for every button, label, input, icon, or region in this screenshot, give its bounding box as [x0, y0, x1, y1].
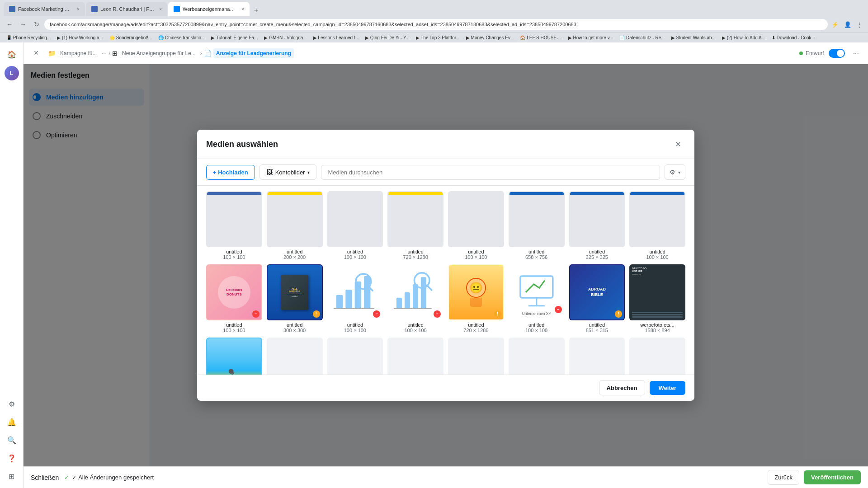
- list-item[interactable]: untitled 658 × 756: [509, 191, 565, 260]
- list-item[interactable]: untitled 720 × 1280: [387, 191, 443, 260]
- publish-button[interactable]: Veröffentlichen: [804, 470, 861, 484]
- media-thumb-company: Unternehmen XY –: [509, 264, 565, 320]
- modal-close-button[interactable]: ×: [671, 137, 685, 151]
- modal-toolbar: + Hochladen 🖼 Kontobilder ▾ ⚙ ▾: [197, 159, 694, 186]
- tab-label-3: Werbeanzeigenmanager - We...: [183, 6, 237, 12]
- tab-close-3[interactable]: ×: [241, 7, 244, 12]
- list-item[interactable]: [509, 338, 565, 375]
- bookmark-chinese[interactable]: 🌐 Chinese translatio...: [156, 34, 208, 41]
- topbar-more-button[interactable]: ···: [849, 47, 863, 59]
- bookmark-2how[interactable]: ▶ (2) How To Add A...: [719, 34, 768, 41]
- list-item[interactable]: [569, 338, 625, 375]
- tab-close-2[interactable]: ×: [159, 7, 162, 12]
- back-nav-button[interactable]: ←: [4, 19, 15, 30]
- list-item[interactable]: untitled 325 × 325: [569, 191, 625, 260]
- list-item[interactable]: DeliciousDONUTS – untitled 100 × 100: [206, 264, 262, 333]
- list-item[interactable]: untitled 100 × 100: [629, 191, 685, 260]
- list-item[interactable]: – untitled 100 × 100: [327, 264, 383, 333]
- tab-ads-manager[interactable]: Werbeanzeigenmanager - We... ×: [168, 2, 250, 16]
- breadcrumb-campaign[interactable]: Kampagne fü...: [57, 48, 99, 58]
- breadcrumb-adgroup[interactable]: Neue Anzeigengruppe für Le...: [119, 48, 198, 58]
- list-item[interactable]: untitled 1000 × 667: [206, 338, 262, 375]
- media-item-label-1: untitled: [226, 249, 242, 254]
- list-item[interactable]: untitled 200 × 200: [267, 191, 323, 260]
- bookmark-working[interactable]: ▶ (1) How Working a...: [54, 34, 106, 41]
- close-link[interactable]: Schließen: [31, 474, 59, 481]
- topbar-close-button[interactable]: ×: [29, 46, 43, 61]
- next-button[interactable]: Weiter: [650, 381, 686, 395]
- list-item[interactable]: untitled 100 × 100: [206, 191, 262, 260]
- bookmark-lee[interactable]: 🏠 LEE'S HOUSE-...: [517, 34, 564, 41]
- bookmark-top3[interactable]: ▶ The Top 3 Plattfor...: [413, 34, 462, 41]
- kontobilder-button[interactable]: 🖼 Kontobilder ▾: [259, 164, 317, 180]
- top-nav-bar: × 📁 Kampagne fü... ··· › ⊞ Neue Anzeigen…: [24, 42, 868, 64]
- toggle-btn[interactable]: [829, 49, 845, 58]
- fb-ads-layout: 🏠 L ⚙ 🔔 🔍 ❓ ⊞ × 📁 Kampagne fü... ··· › ⊞…: [0, 42, 868, 488]
- list-item[interactable]: ALLEINVESTOR untitled ! untitled 300 × 3…: [267, 264, 323, 333]
- list-item[interactable]: untitled 100 × 100: [448, 191, 504, 260]
- list-item[interactable]: DAILY TO DOLIST KDP INTERIOR: [629, 264, 685, 333]
- home-icon-button[interactable]: 🏠: [4, 46, 20, 62]
- list-item[interactable]: [327, 338, 383, 375]
- bookmark-howto[interactable]: ▶ How to get more v...: [566, 34, 616, 41]
- tab-facebook-marketing[interactable]: Facebook Marketing & Werb... ×: [4, 2, 85, 16]
- bookmarks-bar: 📱 Phone Recycling... ▶ (1) How Working a…: [0, 33, 868, 42]
- bell-icon-button[interactable]: 🔔: [4, 414, 20, 430]
- back-button[interactable]: Zurück: [768, 470, 799, 485]
- media-thumb-empty-6: [569, 338, 625, 375]
- media-search-input[interactable]: [321, 165, 660, 180]
- settings-icon-button[interactable]: ⚙: [4, 396, 20, 412]
- extensions-icon[interactable]: ⚡: [830, 20, 840, 29]
- account-icon[interactable]: 👤: [842, 20, 853, 29]
- daily-list-items: [632, 276, 683, 318]
- bookmark-download[interactable]: ⬇ Download - Cook...: [769, 34, 818, 41]
- bookmark-money[interactable]: ▶ Money Changes Ev...: [463, 34, 517, 41]
- media-item-size-chart2: 100 × 100: [405, 328, 427, 333]
- draft-dot: [799, 52, 803, 55]
- grid-icon-button[interactable]: ⊞: [4, 468, 20, 484]
- bookmark-phone[interactable]: 📱 Phone Recycling...: [4, 34, 53, 41]
- list-item[interactable]: [629, 338, 685, 375]
- kontobilder-label: Kontobilder: [275, 169, 305, 176]
- tab-close-1[interactable]: ×: [77, 7, 80, 12]
- list-item[interactable]: 😐 ! untitled 720 × 1280: [448, 264, 504, 333]
- media-item-size-daily: 1588 × 894: [645, 328, 670, 333]
- list-item[interactable]: untitled 100 × 100: [327, 191, 383, 260]
- media-thumb-abroad: ABROADBIBLE !: [569, 264, 625, 320]
- search-icon-button[interactable]: 🔍: [4, 432, 20, 448]
- media-item-size-1: 100 × 100: [223, 254, 245, 260]
- bookmark-tutorial[interactable]: ▶ Tutorial: Eigene Fa...: [208, 34, 260, 41]
- bookmark-qing[interactable]: ▶ Qing Fei De Yi - Y...: [363, 34, 412, 41]
- list-item[interactable]: – untitled 100 × 100: [387, 264, 443, 333]
- breadcrumb-more-1[interactable]: ···: [101, 50, 107, 57]
- help-icon-button[interactable]: ❓: [4, 450, 20, 466]
- bookmark-datenschutz[interactable]: 📄 Datenschutz - Re...: [617, 34, 667, 41]
- list-item[interactable]: ABROADBIBLE ! untitled 851 × 315: [569, 264, 625, 333]
- media-item-label-investor: untitled: [287, 322, 302, 328]
- address-input[interactable]: [44, 19, 828, 30]
- media-item-label-5: untitled: [468, 249, 484, 254]
- bookmark-gmsn[interactable]: ▶ GMSN - Vologda...: [261, 34, 309, 41]
- new-tab-button[interactable]: +: [250, 5, 262, 16]
- breadcrumb-ad[interactable]: Anzeige für Leadgenerierung: [213, 48, 294, 58]
- tab-leon-facebook[interactable]: Leon R. Chaudhari | Facebook ×: [86, 2, 167, 16]
- media-item-label-donuts: untitled: [226, 322, 242, 328]
- bookmark-lessons[interactable]: ▶ Lessons Learned f...: [311, 34, 362, 41]
- svg-text:Unternehmen XY: Unternehmen XY: [522, 311, 552, 316]
- refresh-button[interactable]: ↻: [31, 19, 42, 30]
- svg-rect-8: [405, 292, 410, 309]
- list-item[interactable]: [267, 338, 323, 375]
- list-item[interactable]: [387, 338, 443, 375]
- list-item[interactable]: Unternehmen XY – untitled 100 × 100: [509, 264, 565, 333]
- bookmark-sonder[interactable]: 🌟 Sonderangebot!...: [107, 34, 155, 41]
- upload-button[interactable]: + Hochladen: [206, 165, 255, 180]
- filter-button[interactable]: ⚙ ▾: [665, 164, 685, 180]
- modal-overlay: Medien auswählen × + Hochladen 🖼 Kontobi…: [24, 64, 868, 466]
- list-item[interactable]: [448, 338, 504, 375]
- menu-icon[interactable]: ⋮: [855, 20, 864, 29]
- forward-nav-button[interactable]: →: [17, 19, 29, 30]
- save-status-text: ✓ Alle Änderungen gespeichert: [72, 474, 154, 481]
- cancel-button[interactable]: Abbrechen: [599, 380, 645, 395]
- bookmark-student[interactable]: ▶ Student Wants ab...: [669, 34, 718, 41]
- svg-line-13: [427, 285, 432, 290]
